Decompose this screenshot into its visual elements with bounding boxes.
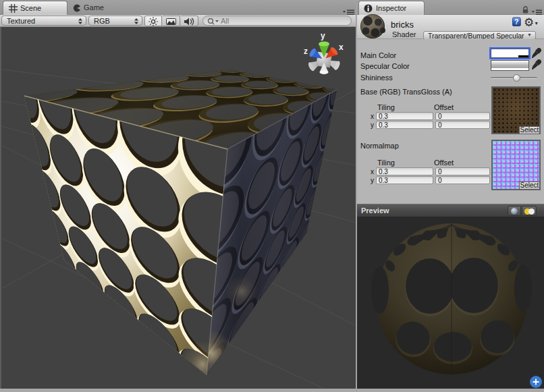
svg-text:z: z [304, 47, 308, 56]
svg-text:y: y [321, 31, 325, 40]
svg-text:x: x [339, 43, 344, 52]
svg-text:?: ? [514, 18, 518, 26]
